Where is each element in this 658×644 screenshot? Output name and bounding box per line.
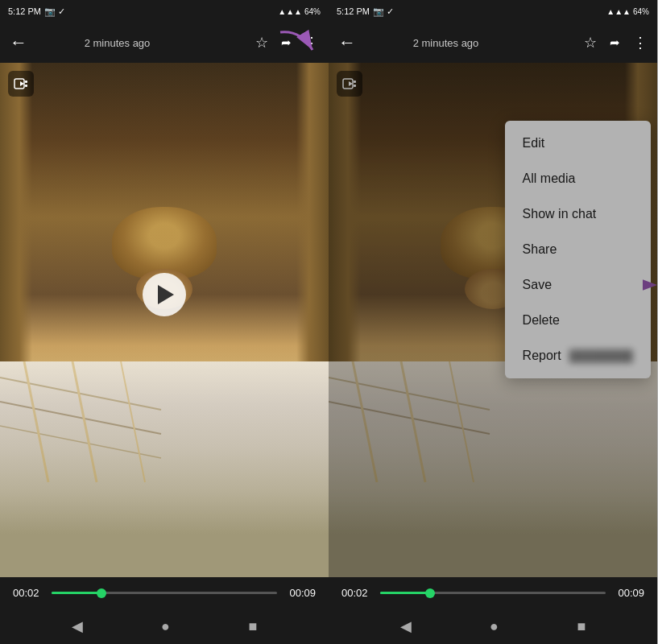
status-icons-right: 📷 ✓ (373, 6, 394, 17)
svg-rect-10 (25, 85, 27, 87)
menu-item-report[interactable]: Report ████████ (505, 338, 651, 374)
signal-icon-right: ▲▲▲ (606, 7, 631, 16)
start-time-left: 00:02 (13, 587, 43, 599)
nav-recent-right[interactable]: ■ (577, 618, 586, 635)
progress-area-right: 00:02 00:09 (329, 577, 657, 609)
progress-fill-left (52, 592, 101, 594)
media-type-icon-right (337, 71, 362, 97)
svg-line-14 (401, 361, 425, 482)
more-icon-right[interactable]: ⋮ (633, 34, 648, 52)
start-time-right: 00:02 (341, 587, 372, 599)
svg-line-15 (449, 361, 474, 482)
fabric-pattern-left (0, 361, 329, 577)
status-time-right: 5:12 PM (337, 6, 370, 16)
status-icons-left: 📷 ✓ (44, 6, 65, 17)
dropdown-menu: Edit All media Show in chat Share Save (505, 121, 651, 378)
app-bar-left: ← 2 minutes ago ☆ ➦ ⋮ (0, 23, 329, 63)
svg-rect-18 (354, 80, 356, 83)
progress-thumb-right (425, 588, 435, 598)
svg-line-6 (121, 361, 145, 482)
svg-line-13 (353, 361, 377, 482)
fabric-area-left (0, 361, 329, 577)
video-container-right: Edit All media Show in chat Share Save (329, 63, 657, 577)
nav-home-left[interactable]: ● (161, 618, 170, 635)
nav-recent-left[interactable]: ■ (248, 618, 257, 635)
battery-right: 64% (633, 7, 649, 16)
progress-thumb-left (97, 588, 106, 598)
nav-bar-right: ◀ ● ■ (329, 609, 657, 644)
menu-item-share-label: Share (523, 242, 557, 257)
fabric-pattern-right (329, 361, 657, 577)
star-icon-left[interactable]: ☆ (255, 34, 268, 52)
app-bar-icons-right: ☆ ➦ ⋮ (584, 34, 648, 52)
signal-icon-left: ▲▲▲ (278, 7, 302, 16)
media-type-icon-left (8, 71, 34, 97)
time-ago-right: 2 minutes ago (329, 37, 574, 49)
nav-bar-left: ◀ ● ■ (0, 609, 329, 644)
progress-track-left[interactable] (52, 592, 277, 594)
menu-item-edit[interactable]: Edit (505, 126, 651, 161)
battery-left: 64% (304, 7, 321, 16)
curtain-left (0, 63, 32, 371)
menu-item-share[interactable]: Share (505, 232, 651, 267)
nav-home-right[interactable]: ● (490, 618, 499, 635)
status-time-left: 5:12 PM (8, 6, 41, 16)
play-button-left[interactable] (143, 273, 186, 316)
progress-fill-right (380, 592, 430, 594)
arrow-annotation-left (272, 26, 321, 66)
time-ago-left: 2 minutes ago (0, 37, 246, 49)
menu-item-report-label: Report (523, 349, 561, 363)
menu-item-show-in-chat[interactable]: Show in chat (505, 196, 651, 232)
menu-item-delete[interactable]: Delete (505, 303, 651, 338)
svg-line-4 (24, 361, 48, 482)
svg-rect-9 (25, 80, 27, 83)
progress-track-right[interactable] (380, 592, 606, 594)
menu-item-all-media[interactable]: All media (505, 161, 651, 196)
right-panel: 5:12 PM 📷 ✓ ▲▲▲ 64% ← 2 minutes ago ☆ ➦ … (329, 0, 657, 644)
curtain-left-r (329, 63, 361, 371)
menu-item-delete-label: Delete (523, 313, 560, 328)
status-bar-right: 5:12 PM 📷 ✓ ▲▲▲ 64% (329, 0, 657, 23)
end-time-left: 00:09 (285, 587, 316, 599)
progress-area-left: 00:02 00:09 (0, 577, 329, 609)
save-arrow-annotation (643, 273, 657, 297)
menu-item-all-media-label: All media (523, 171, 576, 186)
end-time-right: 00:09 (614, 587, 644, 599)
video-container-left (0, 63, 329, 577)
nav-back-left[interactable]: ◀ (72, 617, 83, 635)
menu-item-edit-label: Edit (523, 136, 545, 151)
left-panel: 5:12 PM 📷 ✓ ▲▲▲ 64% ← 2 minutes ago ☆ ➦ … (0, 0, 329, 644)
svg-line-5 (72, 361, 97, 482)
curtain-right (296, 63, 329, 371)
app-bar-right: ← 2 minutes ago ☆ ➦ ⋮ (329, 23, 657, 63)
nav-back-right[interactable]: ◀ (400, 617, 412, 635)
star-icon-right[interactable]: ☆ (584, 34, 597, 52)
status-bar-left: 5:12 PM 📷 ✓ ▲▲▲ 64% (0, 0, 329, 23)
share-icon-right[interactable]: ➦ (610, 35, 620, 50)
menu-item-show-in-chat-label: Show in chat (523, 207, 597, 221)
menu-item-save-label: Save (523, 278, 552, 292)
fabric-area-right (329, 361, 657, 577)
report-blurred-text: ████████ (569, 349, 633, 362)
menu-item-save[interactable]: Save (505, 267, 651, 303)
svg-rect-19 (354, 85, 356, 87)
